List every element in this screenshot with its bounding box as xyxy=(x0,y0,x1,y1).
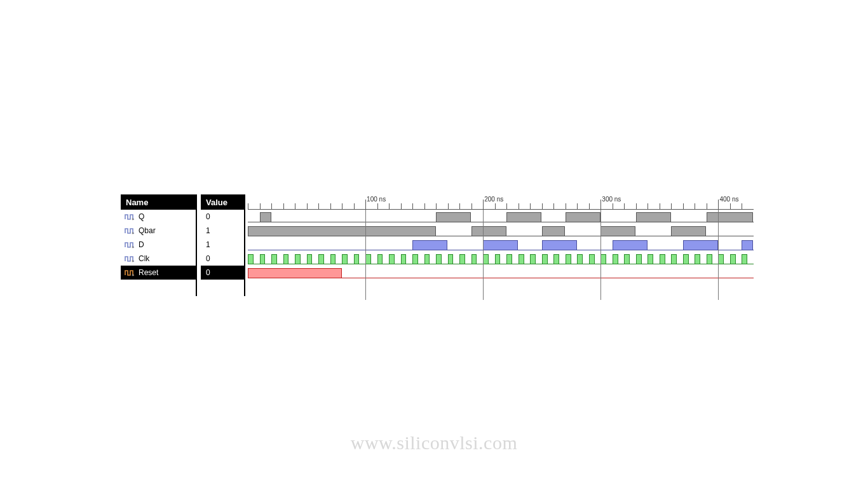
wave-high-segment xyxy=(283,254,289,264)
name-column-header: Name xyxy=(121,194,196,210)
wave-high-segment xyxy=(412,254,418,264)
wave-high-segment xyxy=(295,254,301,264)
ruler-label: 100 ns xyxy=(367,196,386,203)
wave-high-segment xyxy=(483,254,489,264)
wave-icon xyxy=(125,212,135,221)
wave-high-segment xyxy=(307,254,313,264)
ruler-tick-minor xyxy=(448,203,449,210)
wave-high-segment xyxy=(424,254,430,264)
ruler-tick-major xyxy=(365,200,366,210)
wave-high-segment xyxy=(436,212,471,222)
ruler-tick-minor xyxy=(248,203,248,210)
svg-point-1 xyxy=(132,233,134,234)
signal-row-reset[interactable]: Reset xyxy=(121,266,196,280)
wave-high-segment xyxy=(671,226,706,236)
ruler-label: 300 ns xyxy=(602,196,621,203)
wave-high-segment xyxy=(471,254,477,264)
gridline xyxy=(600,210,601,300)
signal-value-label: 0 xyxy=(206,212,210,221)
wave-high-segment xyxy=(401,254,407,264)
ruler-tick-minor xyxy=(553,203,554,210)
wave-high-segment xyxy=(566,212,600,222)
ruler-tick-minor xyxy=(636,203,637,210)
waveform-clk[interactable] xyxy=(248,252,754,266)
gridline xyxy=(483,210,484,300)
signal-row-clk[interactable]: Clk xyxy=(121,252,196,266)
ruler-tick-minor xyxy=(519,203,519,210)
time-ruler[interactable]: 100 ns200 ns300 ns400 ns xyxy=(248,194,754,210)
wave-high-segment xyxy=(683,240,718,250)
ruler-tick-minor xyxy=(577,203,578,210)
ruler-tick-minor xyxy=(307,203,308,210)
wave-high-segment xyxy=(600,254,606,264)
signal-value-reset[interactable]: 0 xyxy=(201,266,244,280)
ruler-tick-minor xyxy=(589,203,590,210)
signal-row-qbar[interactable]: Qbar xyxy=(121,224,196,238)
wave-high-segment xyxy=(742,254,747,264)
wave-high-segment xyxy=(707,212,754,222)
wave-high-segment xyxy=(589,254,595,264)
signal-value-clk[interactable]: 0 xyxy=(201,252,244,266)
wave-high-segment xyxy=(330,254,336,264)
waveform-baseline xyxy=(248,222,754,222)
signal-name-label: Qbar xyxy=(139,226,156,235)
value-header-label: Value xyxy=(206,198,227,207)
wave-high-segment xyxy=(600,226,635,236)
value-column-header: Value xyxy=(201,194,244,210)
wave-high-segment xyxy=(412,240,447,250)
ruler-tick-minor xyxy=(389,203,390,210)
ruler-tick-minor xyxy=(354,203,355,210)
waveform-q[interactable] xyxy=(248,210,754,224)
wave-high-segment xyxy=(683,254,689,264)
wave-high-segment xyxy=(271,254,277,264)
ruler-tick-minor xyxy=(295,203,295,210)
ruler-tick-minor xyxy=(613,203,613,210)
signal-name-label: Clk xyxy=(139,254,149,263)
ruler-tick-minor xyxy=(707,203,707,210)
ruler-tick-minor xyxy=(318,203,319,210)
signal-value-q[interactable]: 0 xyxy=(201,210,244,224)
ruler-tick-minor xyxy=(530,203,531,210)
wave-high-segment xyxy=(354,254,360,264)
ruler-tick-minor xyxy=(671,203,672,210)
signal-value-d[interactable]: 1 xyxy=(201,238,244,252)
signal-value-label: 1 xyxy=(206,226,210,235)
ruler-tick-minor xyxy=(342,203,342,210)
ruler-tick-minor xyxy=(660,203,660,210)
wave-high-segment xyxy=(624,254,630,264)
waveform-reset[interactable] xyxy=(248,266,754,280)
ruler-tick-major xyxy=(600,200,601,210)
ruler-tick-minor xyxy=(401,203,402,210)
wave-high-segment xyxy=(636,254,642,264)
wave-high-segment xyxy=(718,254,724,264)
gridline xyxy=(718,210,719,300)
wave-high-segment xyxy=(613,254,618,264)
ruler-tick-minor xyxy=(683,203,684,210)
signal-row-q[interactable]: Q xyxy=(121,210,196,224)
ruler-tick-minor xyxy=(412,203,413,210)
waveform-area[interactable]: 100 ns200 ns300 ns400 ns xyxy=(248,194,754,300)
ruler-tick-minor xyxy=(624,203,625,210)
wave-high-segment xyxy=(471,226,506,236)
svg-point-0 xyxy=(132,219,134,220)
wave-high-segment xyxy=(365,254,371,264)
wave-icon xyxy=(125,226,135,235)
waveform-d[interactable] xyxy=(248,238,754,252)
ruler-tick-minor xyxy=(271,203,272,210)
ruler-tick-minor xyxy=(283,203,284,210)
wave-high-segment xyxy=(248,226,436,236)
ruler-label: 200 ns xyxy=(484,196,503,203)
signal-value-label: 0 xyxy=(206,268,210,277)
wave-high-segment xyxy=(707,254,712,264)
signal-row-d[interactable]: D xyxy=(121,238,196,252)
signal-name-label: D xyxy=(139,240,144,249)
wave-icon xyxy=(125,254,135,263)
wave-high-segment xyxy=(506,212,541,222)
wave-high-segment xyxy=(248,254,254,264)
name-header-label: Name xyxy=(126,198,148,207)
signal-values-panel[interactable]: Value 01100 xyxy=(201,194,245,296)
waveform-qbar[interactable] xyxy=(248,224,754,238)
signal-names-panel[interactable]: Name Q Qbar D Clk Reset xyxy=(121,194,197,296)
ruler-tick-minor xyxy=(742,203,742,210)
signal-value-qbar[interactable]: 1 xyxy=(201,224,244,238)
